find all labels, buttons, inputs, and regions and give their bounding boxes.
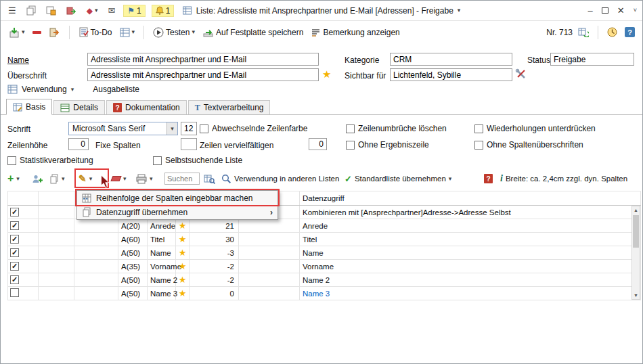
menu-item-datenzugriff[interactable]: Datenzugriff übernehmen › — [77, 205, 278, 219]
checkbox-box[interactable] — [474, 124, 483, 133]
row-checkbox[interactable]: ✓ — [10, 235, 19, 244]
print-button[interactable]: ▾ — [136, 170, 153, 187]
checkbox-box[interactable] — [200, 124, 208, 133]
cell-datenzugriff[interactable]: Name 3 — [300, 287, 641, 300]
main-menu-button[interactable]: ☰ — [6, 5, 18, 16]
checkbox-selbstsuchend[interactable]: Selbstsuchende Liste — [153, 156, 242, 165]
tab-dokumentation[interactable]: ?Dokumentation — [106, 100, 187, 114]
kategorie-label: Kategorie — [345, 55, 379, 65]
bell-notification-button[interactable]: 1 — [152, 5, 175, 17]
header-datenzugriff[interactable]: Datenzugriff — [300, 191, 641, 206]
scroll-up-button[interactable]: ▲ — [632, 208, 640, 212]
tab-details[interactable]: Details — [53, 100, 105, 114]
menu-item-reihenfolge[interactable]: Reihenfolge der Spalten eingebbar machen — [77, 191, 278, 205]
window-menu-caret[interactable]: ˅ — [634, 7, 637, 14]
save-close-button[interactable]: ▾ — [6, 26, 27, 39]
row-checkbox[interactable]: ✓ — [10, 221, 19, 230]
schrift-select[interactable]: Microsoft Sans Serif ▾ — [68, 122, 178, 135]
mail-button[interactable]: ✉ — [106, 5, 117, 16]
checkbox-label: Abwechselnde Zeilenfarbe — [212, 124, 307, 133]
add-column-button[interactable]: +▾ — [7, 170, 20, 187]
tab-basis[interactable]: Basis — [6, 99, 52, 115]
title-caret-icon[interactable]: ▾ — [458, 7, 461, 14]
row-checkbox[interactable]: ✓ — [10, 208, 19, 217]
table-row[interactable]: ✓ A(20) Anrede ★ 21 Anrede — [8, 219, 641, 233]
help-topic-button[interactable]: ? — [484, 170, 493, 187]
zeilenhoehe-input[interactable] — [68, 138, 89, 150]
star-icon[interactable]: ★ — [179, 248, 187, 258]
navigator-button[interactable] — [64, 5, 79, 17]
refresh-list-button[interactable] — [576, 26, 591, 39]
windows-button[interactable] — [24, 4, 38, 17]
checkbox-wiederholungen[interactable]: Wiederholungen unterdrücken — [474, 124, 596, 133]
row-checkbox[interactable]: ✓ — [10, 275, 19, 284]
table-row[interactable]: A(50) Name 3 ★ 0 Name 3 — [8, 287, 641, 300]
checkbox-umbrueche[interactable]: Zeilenumbrüche löschen — [346, 124, 447, 133]
caret-down-icon[interactable]: ▾ — [71, 87, 74, 93]
copy-column-button[interactable]: ▾ — [49, 170, 65, 187]
search-in-table-button[interactable] — [204, 170, 215, 187]
row-checkbox[interactable]: ✓ — [10, 262, 19, 271]
name-input[interactable] — [87, 53, 319, 66]
list-view-button[interactable]: ▾ — [118, 26, 137, 39]
close-button[interactable]: ✕ — [617, 5, 625, 16]
save-to-disk-button[interactable]: Auf Festplatte speichern — [200, 26, 305, 39]
kategorie-input[interactable] — [390, 53, 512, 66]
checkbox-box[interactable] — [346, 124, 355, 133]
new-window-button[interactable] — [44, 5, 58, 17]
remove-button[interactable] — [30, 30, 43, 35]
checkbox-zeilenfarbe[interactable]: Abwechselnde Zeilenfarbe — [200, 124, 307, 133]
delete-column-button[interactable]: ▾ — [112, 170, 127, 187]
scroll-thumb[interactable] — [633, 215, 639, 248]
checkbox-box[interactable] — [7, 156, 16, 165]
verwendung-dropdown[interactable]: Verwendung — [22, 85, 67, 94]
usage-in-lists-button[interactable]: Verwendung in anderen Listen — [221, 170, 339, 187]
history-button[interactable] — [605, 26, 619, 39]
close-window-button[interactable] — [47, 26, 62, 39]
scroll-down-button[interactable]: ▼ — [632, 293, 640, 298]
star-icon[interactable]: ★ — [179, 261, 187, 271]
row-checkbox[interactable] — [10, 288, 19, 297]
checkbox-box[interactable] — [346, 141, 355, 150]
edit-column-button[interactable]: ✎▾ — [79, 170, 92, 187]
checkbox-box[interactable] — [474, 141, 483, 150]
help-button[interactable]: ? — [623, 26, 637, 39]
checkbox-spaltenueberschriften[interactable]: Ohne Spaltenüberschriften — [474, 140, 583, 150]
cell-datenzugriff: Anrede — [300, 219, 641, 233]
table-row[interactable]: ✓ A(50) Name 2 ★ -2 Name 2 — [8, 273, 641, 287]
minimize-button[interactable]: – — [588, 5, 593, 16]
row-checkbox[interactable]: ✓ — [10, 248, 19, 257]
show-remark-button[interactable]: Bemerkung anzeigen — [309, 26, 401, 39]
table-row[interactable]: ✓ A(50) Name ★ -3 Name — [8, 246, 641, 260]
maximize-button[interactable] — [602, 7, 608, 14]
status-input[interactable] — [550, 53, 634, 66]
todo-button[interactable]: To-Do — [76, 26, 114, 39]
flag-notification-button[interactable]: ⚑1 — [123, 5, 145, 17]
search-input[interactable] — [164, 173, 200, 185]
combo-button[interactable]: ▾ — [167, 122, 177, 135]
add-field-button[interactable] — [32, 170, 43, 187]
schrift-size-input[interactable] — [181, 122, 197, 135]
checkbox-ergebniszeile[interactable]: Ohne Ergebniszeile — [346, 140, 429, 150]
title-star-icon[interactable]: ★ — [322, 69, 331, 79]
record-menu-button[interactable]: ◆▾ — [85, 5, 100, 16]
table-row[interactable]: ✓ A(35) Vorname ★ -2 Vorname — [8, 260, 641, 273]
vertical-scrollbar[interactable]: ▲ ▼ — [631, 206, 640, 300]
star-icon[interactable]: ★ — [179, 275, 187, 285]
sichtbar-input[interactable] — [390, 68, 512, 81]
fixe-spalten-input[interactable] — [181, 138, 197, 150]
vervielfaeltigen-input[interactable] — [309, 138, 327, 150]
apply-default-list-button[interactable]: ✓Standardliste übernehmen▾ — [345, 170, 451, 187]
bell-icon — [156, 6, 164, 15]
checkbox-box[interactable] — [153, 156, 162, 165]
edit-rights-button[interactable] — [515, 68, 527, 82]
star-icon[interactable]: ★ — [179, 288, 187, 298]
checkbox-statistik[interactable]: Statistikverarbeitung — [7, 156, 93, 165]
star-icon[interactable]: ★ — [179, 234, 187, 244]
ueberschrift-input[interactable] — [87, 68, 319, 81]
tab-textverarbeitung[interactable]: TTextverarbeitung — [188, 100, 271, 114]
table-row[interactable]: ✓ A(60) Titel ★ 30 Titel — [8, 233, 641, 246]
testen-button[interactable]: Testen▾ — [151, 26, 197, 39]
cell-width: -2 — [190, 273, 239, 287]
star-icon[interactable]: ★ — [179, 221, 187, 231]
